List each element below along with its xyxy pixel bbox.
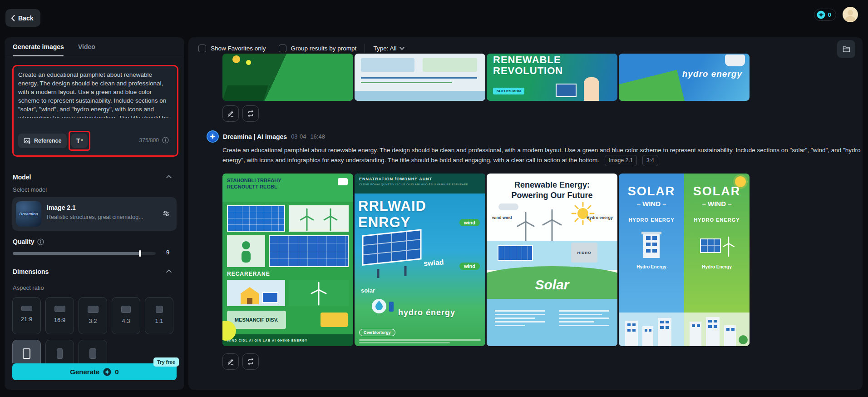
tab-video[interactable]: Video <box>78 43 95 50</box>
person-cell <box>227 235 265 267</box>
result-prompt-text: Create an educational pamphlet about ren… <box>222 147 861 164</box>
aspect-tile-portrait-2[interactable] <box>45 340 74 363</box>
ratio-tag[interactable]: 3:4 <box>642 155 658 166</box>
result-header: Dreamina | AI images 03-04 16:48 <box>207 130 325 143</box>
solar-panel-graphic <box>360 227 433 282</box>
decor-block <box>361 58 414 72</box>
quality-slider-handle[interactable] <box>139 250 141 257</box>
edit-prompt-button[interactable] <box>222 353 239 370</box>
poster-half-blue: SOLAR – WIND – HYDRO ENERGY Hydro Energy <box>619 174 684 346</box>
generate-label: Generate <box>70 368 99 376</box>
result-time: 16:48 <box>310 133 325 140</box>
result-row-previous: RENEWABLE REVOLUTION SHEUTS MON hydro en… <box>222 54 750 101</box>
back-label: Back <box>18 15 33 22</box>
decor-ball <box>246 60 251 65</box>
poster-label-block: MESNANCIF DISV. <box>227 311 286 329</box>
wind-badge: wind <box>459 263 480 270</box>
dimensions-collapse-chevron-icon[interactable] <box>166 269 172 273</box>
decor-panel <box>556 84 577 97</box>
regenerate-button[interactable] <box>242 353 259 370</box>
aspect-tile-4-3[interactable]: 4:3 <box>112 297 140 334</box>
aspect-tile-1-1[interactable]: 1:1 <box>145 297 173 334</box>
type-filter[interactable]: Type: All <box>373 45 396 52</box>
model-settings-icon[interactable] <box>162 209 170 218</box>
generate-cost: 0 <box>115 368 118 376</box>
model-description: Realistic structures, great cinematog... <box>47 214 160 220</box>
aspect-tile-3-2[interactable]: 3:2 <box>79 297 107 334</box>
result-image-2[interactable]: ENNATRATION /OWDNHĒ AUNT CLDVE PÖNAI QUV… <box>355 174 485 346</box>
wind-cell-green <box>289 280 349 306</box>
info-icon[interactable] <box>162 137 169 144</box>
char-counter: 375/800 <box>139 137 159 144</box>
ratio-glyph <box>121 306 131 313</box>
user-avatar[interactable] <box>843 7 858 22</box>
droplet-graphic <box>370 295 395 316</box>
credit-coin-icon <box>817 10 825 19</box>
solar-panel-graphic <box>269 235 349 267</box>
poster-kicker: ENNATRATION /OWDNHĒ AUNT <box>359 177 481 181</box>
result-image[interactable] <box>222 54 353 101</box>
result-image[interactable]: hydro energy <box>619 54 750 101</box>
ratio-glyph <box>21 306 32 311</box>
model-tag[interactable]: Image 2.1 <box>605 155 637 166</box>
chevron-left-icon <box>11 15 15 21</box>
group-label[interactable]: Group results by prompt <box>291 45 357 52</box>
building-graphic <box>640 230 663 258</box>
result-author: Dreamina | AI images <box>223 133 287 140</box>
poster-label: Hydro energy <box>587 215 613 220</box>
generate-button[interactable]: Generate 0 <box>12 363 177 380</box>
solar-panel-graphic <box>227 205 285 232</box>
poster-footer: WIND CIDL AI OIN LAB AI GHING ENERGY <box>222 334 353 346</box>
model-collapse-chevron-icon[interactable] <box>166 175 172 179</box>
quality-value: 9 <box>166 249 169 256</box>
poster-word: swiad <box>423 258 444 268</box>
result-image-4[interactable]: SOLAR – WIND – HYDRO ENERGY Hydro Energy… <box>619 174 750 346</box>
reference-label: Reference <box>34 138 61 144</box>
text-quote-button[interactable]: T” <box>71 134 88 148</box>
result-image[interactable] <box>355 54 485 101</box>
aspect-tile-portrait-3[interactable] <box>79 340 107 363</box>
decor-figure <box>584 77 599 101</box>
dreamina-logo-icon <box>207 130 219 143</box>
favorites-checkbox[interactable] <box>198 45 206 52</box>
chevron-down-icon[interactable] <box>399 47 404 50</box>
bottom-scene <box>619 313 684 346</box>
result-prompt: Create an educational pamphlet about ren… <box>222 145 863 166</box>
aspect-tile-3-4-selected[interactable] <box>12 340 41 363</box>
credits-pill[interactable]: 0 <box>814 9 836 21</box>
favorites-label[interactable]: Show Favorites only <box>211 45 266 52</box>
ratio-glyph <box>57 348 63 359</box>
poster-half-green: SOLAR – WIND – HYDRO ENERGY Hydro Energy <box>684 174 750 346</box>
text-block <box>495 308 545 328</box>
poster-subheading: RECARERANE <box>227 271 270 277</box>
quality-info-icon[interactable] <box>37 238 44 245</box>
model-card[interactable]: Dreamina Image 2.1 Realistic structures,… <box>12 197 177 231</box>
poster-heading: STAHONBLI TRBEAHYREGNOUETT REGBL <box>227 177 281 190</box>
result-image-3[interactable]: Renewable Energy:Powering Our Future win… <box>487 174 617 346</box>
aspect-tile-21-9[interactable]: 21:9 <box>12 297 41 334</box>
ratio-glyph <box>89 348 96 359</box>
result-image[interactable]: RENEWABLE REVOLUTION SHEUTS MON <box>487 54 617 101</box>
poster-title: RENEWABLE REVOLUTION <box>493 55 602 76</box>
ratio-glyph <box>88 306 99 313</box>
quality-slider-fill <box>13 252 140 255</box>
library-folder-button[interactable] <box>837 40 855 58</box>
active-tab-underline <box>13 55 64 56</box>
group-checkbox[interactable] <box>279 45 286 52</box>
divider <box>365 44 365 53</box>
quality-slider[interactable] <box>13 252 156 255</box>
prompt-composer: Create an educational pamphlet about ren… <box>14 66 177 155</box>
edit-prompt-button[interactable] <box>222 105 239 122</box>
back-button[interactable]: Back <box>5 9 40 27</box>
aspect-tile-16-9[interactable]: 16:9 <box>45 297 74 334</box>
tab-generate-images[interactable]: Generate images <box>13 43 64 50</box>
wind-cell <box>289 205 349 232</box>
filter-bar: Show Favorites only Group results by pro… <box>198 42 404 54</box>
prompt-textarea[interactable]: Create an educational pamphlet about ren… <box>18 70 170 118</box>
result-image-1[interactable]: STAHONBLI TRBEAHYREGNOUETT REGBL RECARER… <box>222 174 353 346</box>
bottom-scene <box>684 313 750 346</box>
regenerate-button[interactable] <box>242 105 259 122</box>
reference-button[interactable]: Reference <box>18 134 67 148</box>
text-quote-icon: T” <box>76 137 83 144</box>
decor-yellow-block <box>321 313 348 327</box>
